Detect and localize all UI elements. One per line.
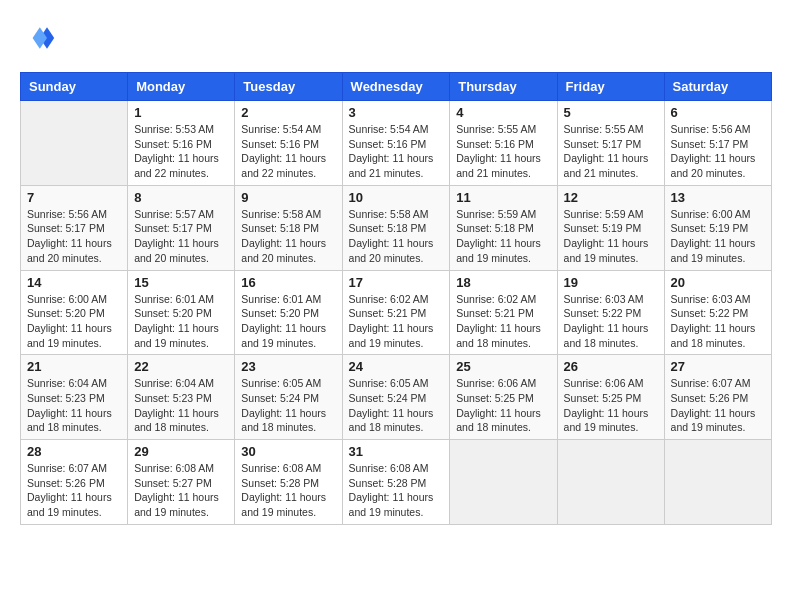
day-info: Sunrise: 5:55 AM Sunset: 5:16 PM Dayligh… [456,122,550,181]
calendar-cell: 3Sunrise: 5:54 AM Sunset: 5:16 PM Daylig… [342,101,450,186]
calendar-cell: 9Sunrise: 5:58 AM Sunset: 5:18 PM Daylig… [235,185,342,270]
calendar-cell [450,440,557,525]
day-number: 3 [349,105,444,120]
calendar-week-row: 21Sunrise: 6:04 AM Sunset: 5:23 PM Dayli… [21,355,772,440]
weekday-header: Friday [557,73,664,101]
day-number: 22 [134,359,228,374]
day-info: Sunrise: 5:54 AM Sunset: 5:16 PM Dayligh… [349,122,444,181]
day-number: 31 [349,444,444,459]
calendar-cell: 12Sunrise: 5:59 AM Sunset: 5:19 PM Dayli… [557,185,664,270]
day-info: Sunrise: 5:59 AM Sunset: 5:19 PM Dayligh… [564,207,658,266]
weekday-header: Monday [128,73,235,101]
calendar-cell: 7Sunrise: 5:56 AM Sunset: 5:17 PM Daylig… [21,185,128,270]
day-number: 18 [456,275,550,290]
calendar-cell: 8Sunrise: 5:57 AM Sunset: 5:17 PM Daylig… [128,185,235,270]
calendar-cell [664,440,771,525]
calendar-cell: 5Sunrise: 5:55 AM Sunset: 5:17 PM Daylig… [557,101,664,186]
calendar-cell: 27Sunrise: 6:07 AM Sunset: 5:26 PM Dayli… [664,355,771,440]
page-header [20,20,772,56]
day-number: 20 [671,275,765,290]
day-info: Sunrise: 6:02 AM Sunset: 5:21 PM Dayligh… [456,292,550,351]
day-info: Sunrise: 6:03 AM Sunset: 5:22 PM Dayligh… [564,292,658,351]
weekday-header: Thursday [450,73,557,101]
day-number: 5 [564,105,658,120]
day-info: Sunrise: 6:06 AM Sunset: 5:25 PM Dayligh… [456,376,550,435]
day-info: Sunrise: 6:08 AM Sunset: 5:28 PM Dayligh… [349,461,444,520]
day-number: 27 [671,359,765,374]
calendar-cell: 15Sunrise: 6:01 AM Sunset: 5:20 PM Dayli… [128,270,235,355]
day-number: 2 [241,105,335,120]
day-number: 9 [241,190,335,205]
calendar-cell: 26Sunrise: 6:06 AM Sunset: 5:25 PM Dayli… [557,355,664,440]
day-info: Sunrise: 6:05 AM Sunset: 5:24 PM Dayligh… [241,376,335,435]
weekday-header: Saturday [664,73,771,101]
calendar-cell: 21Sunrise: 6:04 AM Sunset: 5:23 PM Dayli… [21,355,128,440]
day-number: 8 [134,190,228,205]
day-number: 23 [241,359,335,374]
calendar-header: SundayMondayTuesdayWednesdayThursdayFrid… [21,73,772,101]
day-info: Sunrise: 5:53 AM Sunset: 5:16 PM Dayligh… [134,122,228,181]
calendar-cell: 6Sunrise: 5:56 AM Sunset: 5:17 PM Daylig… [664,101,771,186]
day-number: 25 [456,359,550,374]
day-number: 30 [241,444,335,459]
day-info: Sunrise: 6:03 AM Sunset: 5:22 PM Dayligh… [671,292,765,351]
calendar-cell: 13Sunrise: 6:00 AM Sunset: 5:19 PM Dayli… [664,185,771,270]
day-number: 24 [349,359,444,374]
day-info: Sunrise: 5:57 AM Sunset: 5:17 PM Dayligh… [134,207,228,266]
calendar-cell: 19Sunrise: 6:03 AM Sunset: 5:22 PM Dayli… [557,270,664,355]
day-info: Sunrise: 5:59 AM Sunset: 5:18 PM Dayligh… [456,207,550,266]
calendar-week-row: 7Sunrise: 5:56 AM Sunset: 5:17 PM Daylig… [21,185,772,270]
calendar-cell [557,440,664,525]
calendar-cell: 14Sunrise: 6:00 AM Sunset: 5:20 PM Dayli… [21,270,128,355]
day-number: 4 [456,105,550,120]
calendar-cell: 20Sunrise: 6:03 AM Sunset: 5:22 PM Dayli… [664,270,771,355]
day-info: Sunrise: 5:58 AM Sunset: 5:18 PM Dayligh… [241,207,335,266]
calendar-cell: 17Sunrise: 6:02 AM Sunset: 5:21 PM Dayli… [342,270,450,355]
day-info: Sunrise: 5:56 AM Sunset: 5:17 PM Dayligh… [27,207,121,266]
calendar-week-row: 14Sunrise: 6:00 AM Sunset: 5:20 PM Dayli… [21,270,772,355]
weekday-header: Tuesday [235,73,342,101]
day-number: 15 [134,275,228,290]
calendar-cell [21,101,128,186]
calendar-cell: 11Sunrise: 5:59 AM Sunset: 5:18 PM Dayli… [450,185,557,270]
weekday-header: Sunday [21,73,128,101]
day-info: Sunrise: 6:06 AM Sunset: 5:25 PM Dayligh… [564,376,658,435]
day-number: 26 [564,359,658,374]
calendar-cell: 23Sunrise: 6:05 AM Sunset: 5:24 PM Dayli… [235,355,342,440]
calendar-cell: 22Sunrise: 6:04 AM Sunset: 5:23 PM Dayli… [128,355,235,440]
day-number: 17 [349,275,444,290]
calendar-cell: 10Sunrise: 5:58 AM Sunset: 5:18 PM Dayli… [342,185,450,270]
calendar-cell: 2Sunrise: 5:54 AM Sunset: 5:16 PM Daylig… [235,101,342,186]
day-info: Sunrise: 5:54 AM Sunset: 5:16 PM Dayligh… [241,122,335,181]
day-info: Sunrise: 6:01 AM Sunset: 5:20 PM Dayligh… [134,292,228,351]
calendar-cell: 29Sunrise: 6:08 AM Sunset: 5:27 PM Dayli… [128,440,235,525]
calendar-table: SundayMondayTuesdayWednesdayThursdayFrid… [20,72,772,525]
calendar-cell: 28Sunrise: 6:07 AM Sunset: 5:26 PM Dayli… [21,440,128,525]
calendar-cell: 25Sunrise: 6:06 AM Sunset: 5:25 PM Dayli… [450,355,557,440]
day-info: Sunrise: 6:07 AM Sunset: 5:26 PM Dayligh… [671,376,765,435]
day-info: Sunrise: 6:07 AM Sunset: 5:26 PM Dayligh… [27,461,121,520]
day-info: Sunrise: 6:04 AM Sunset: 5:23 PM Dayligh… [27,376,121,435]
day-number: 7 [27,190,121,205]
calendar-cell: 16Sunrise: 6:01 AM Sunset: 5:20 PM Dayli… [235,270,342,355]
logo-icon [20,20,56,56]
calendar-week-row: 1Sunrise: 5:53 AM Sunset: 5:16 PM Daylig… [21,101,772,186]
day-number: 19 [564,275,658,290]
day-number: 28 [27,444,121,459]
day-number: 1 [134,105,228,120]
day-number: 12 [564,190,658,205]
day-info: Sunrise: 5:58 AM Sunset: 5:18 PM Dayligh… [349,207,444,266]
day-info: Sunrise: 6:08 AM Sunset: 5:27 PM Dayligh… [134,461,228,520]
calendar-cell: 4Sunrise: 5:55 AM Sunset: 5:16 PM Daylig… [450,101,557,186]
day-info: Sunrise: 5:56 AM Sunset: 5:17 PM Dayligh… [671,122,765,181]
day-info: Sunrise: 6:08 AM Sunset: 5:28 PM Dayligh… [241,461,335,520]
day-number: 6 [671,105,765,120]
day-number: 11 [456,190,550,205]
calendar-week-row: 28Sunrise: 6:07 AM Sunset: 5:26 PM Dayli… [21,440,772,525]
day-number: 14 [27,275,121,290]
day-info: Sunrise: 6:04 AM Sunset: 5:23 PM Dayligh… [134,376,228,435]
day-number: 13 [671,190,765,205]
day-number: 29 [134,444,228,459]
day-number: 21 [27,359,121,374]
day-info: Sunrise: 5:55 AM Sunset: 5:17 PM Dayligh… [564,122,658,181]
